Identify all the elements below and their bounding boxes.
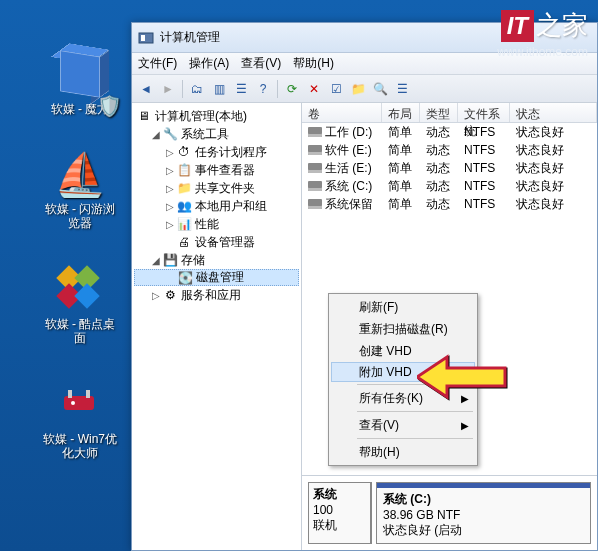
separator <box>357 411 473 412</box>
sail-icon: ⛵ <box>56 150 104 198</box>
partition-box[interactable]: 系统 (C:) 38.96 GB NTF 状态良好 (启动 <box>376 482 591 544</box>
tree-shared[interactable]: ▷📁共享文件夹 <box>134 179 299 197</box>
col-type[interactable]: 类型 <box>420 103 458 122</box>
menu-help[interactable]: 帮助(H) <box>293 55 334 72</box>
delete-icon[interactable]: ✕ <box>306 81 322 97</box>
help-icon[interactable]: ? <box>255 81 271 97</box>
tree-root[interactable]: 🖥计算机管理(本地) <box>134 107 299 125</box>
ctx-rescan[interactable]: 重新扫描磁盘(R) <box>331 318 475 340</box>
tree-storage[interactable]: ◢💾存储 <box>134 251 299 269</box>
tools-icon: 🔧 <box>162 126 178 142</box>
watermark-it: IT <box>501 10 534 42</box>
event-icon: 📋 <box>176 162 192 178</box>
tree-systools[interactable]: ◢🔧系统工具 <box>134 125 299 143</box>
collapse-icon[interactable]: ◢ <box>150 255 162 266</box>
disk-box[interactable]: 系统 100 联机 <box>308 482 372 544</box>
svg-point-3 <box>71 401 75 405</box>
tree-scheduler[interactable]: ▷⏱任务计划程序 <box>134 143 299 161</box>
share-icon: 📁 <box>176 180 192 196</box>
watermark: IT 之家 www.ithome.com <box>497 8 588 59</box>
props-icon[interactable]: ☰ <box>233 81 249 97</box>
tree-services[interactable]: ▷⚙服务和应用 <box>134 286 299 304</box>
svg-rect-1 <box>68 390 72 398</box>
menu-view[interactable]: 查看(V) <box>241 55 281 72</box>
tree-diskmgr[interactable]: 💽磁盘管理 <box>134 269 299 286</box>
volume-icon <box>308 199 322 209</box>
ctx-view[interactable]: 查看(V)▶ <box>331 414 475 436</box>
volume-row[interactable]: 工作 (D:)简单动态NTFS状态良好 <box>302 123 597 141</box>
users-icon: 👥 <box>176 198 192 214</box>
tree-perf[interactable]: ▷📊性能 <box>134 215 299 233</box>
volume-icon <box>308 181 322 191</box>
tree-event[interactable]: ▷📋事件查看器 <box>134 161 299 179</box>
svg-rect-2 <box>86 390 90 398</box>
col-volume[interactable]: 卷 <box>302 103 382 122</box>
collapse-icon[interactable]: ◢ <box>150 129 162 140</box>
expand-icon[interactable]: ▷ <box>150 290 162 301</box>
expand-icon[interactable]: ▷ <box>164 147 176 158</box>
tree-devmgr[interactable]: 🖨设备管理器 <box>134 233 299 251</box>
volume-header: 卷 布局 类型 文件系统 状态 <box>302 103 597 123</box>
cubes-icon <box>56 265 104 313</box>
gear-icon: ⚙ <box>162 287 178 303</box>
folder-icon[interactable]: 📁 <box>350 81 366 97</box>
forward-icon[interactable]: ► <box>160 81 176 97</box>
ctx-refresh[interactable]: 刷新(F) <box>331 296 475 318</box>
volume-row[interactable]: 系统保留简单动态NTFS状态良好 <box>302 195 597 213</box>
watermark-url: www.ithome.com <box>497 45 588 59</box>
perf-icon: 📊 <box>176 216 192 232</box>
nav-tree: 🖥计算机管理(本地) ◢🔧系统工具 ▷⏱任务计划程序 ▷📋事件查看器 ▷📁共享文… <box>132 103 302 550</box>
knife-icon <box>56 380 104 428</box>
desktop-icon[interactable]: 软媒 - Win7优化大师 <box>40 380 120 461</box>
search-icon[interactable]: 🔍 <box>372 81 388 97</box>
separator <box>357 438 473 439</box>
submenu-arrow-icon: ▶ <box>461 420 469 431</box>
back-icon[interactable]: ◄ <box>138 81 154 97</box>
col-fs[interactable]: 文件系统 <box>458 103 510 122</box>
svg-rect-0 <box>64 396 94 410</box>
cube-icon: 🛡️ <box>56 50 104 98</box>
panel-icon[interactable]: ▥ <box>211 81 227 97</box>
desktop-icon[interactable]: 软媒 - 酷点桌面 <box>40 265 120 346</box>
compmgmt-window: 计算机管理 文件(F) 操作(A) 查看(V) 帮助(H) ◄ ► 🗂 ▥ ☰ … <box>131 22 598 551</box>
volume-row[interactable]: 生活 (E:)简单动态NTFS状态良好 <box>302 159 597 177</box>
list-icon[interactable]: ☰ <box>394 81 410 97</box>
clock-icon: ⏱ <box>176 144 192 160</box>
expand-icon[interactable]: ▷ <box>164 165 176 176</box>
desktop-icon[interactable]: 🛡️ 软媒 - 魔方 <box>40 50 120 116</box>
expand-icon[interactable]: ▷ <box>164 201 176 212</box>
app-icon <box>138 30 154 46</box>
menu-file[interactable]: 文件(F) <box>138 55 177 72</box>
up-icon[interactable]: 🗂 <box>189 81 205 97</box>
menu-action[interactable]: 操作(A) <box>189 55 229 72</box>
ctx-help[interactable]: 帮助(H) <box>331 441 475 463</box>
disk-label: 系统 100 联机 <box>309 483 371 543</box>
watermark-logo: IT 之家 <box>501 8 588 43</box>
desktop-icon-label: 软媒 - 闪游浏览器 <box>40 202 120 231</box>
volume-icon <box>308 127 322 137</box>
expand-icon[interactable]: ▷ <box>164 219 176 230</box>
svg-rect-5 <box>141 35 145 41</box>
volume-icon <box>308 145 322 155</box>
svg-marker-6 <box>417 357 505 397</box>
volume-row[interactable]: 系统 (C:)简单动态NTFS状态良好 <box>302 177 597 195</box>
toolbar: ◄ ► 🗂 ▥ ☰ ? ⟳ ✕ ☑ 📁 🔍 ☰ <box>132 75 597 103</box>
desktop-icon-label: 软媒 - 酷点桌面 <box>40 317 120 346</box>
computer-icon: 🖥 <box>136 108 152 124</box>
window-title: 计算机管理 <box>160 29 220 46</box>
volume-row[interactable]: 软件 (E:)简单动态NTFS状态良好 <box>302 141 597 159</box>
volume-icon <box>308 163 322 173</box>
col-layout[interactable]: 布局 <box>382 103 420 122</box>
desktop-icon[interactable]: ⛵ 软媒 - 闪游浏览器 <box>40 150 120 231</box>
disk-graphic: 系统 100 联机 系统 (C:) 38.96 GB NTF 状态良好 (启动 <box>302 475 597 550</box>
partition: 系统 (C:) 38.96 GB NTF 状态良好 (启动 <box>377 483 590 543</box>
watermark-cn: 之家 <box>536 8 588 43</box>
refresh-icon[interactable]: ⟳ <box>284 81 300 97</box>
settings-icon[interactable]: ☑ <box>328 81 344 97</box>
callout-arrow-icon <box>417 352 507 405</box>
desktop-icon-label: 软媒 - Win7优化大师 <box>40 432 120 461</box>
tree-users[interactable]: ▷👥本地用户和组 <box>134 197 299 215</box>
col-status[interactable]: 状态 <box>510 103 597 122</box>
storage-icon: 💾 <box>162 252 178 268</box>
expand-icon[interactable]: ▷ <box>164 183 176 194</box>
